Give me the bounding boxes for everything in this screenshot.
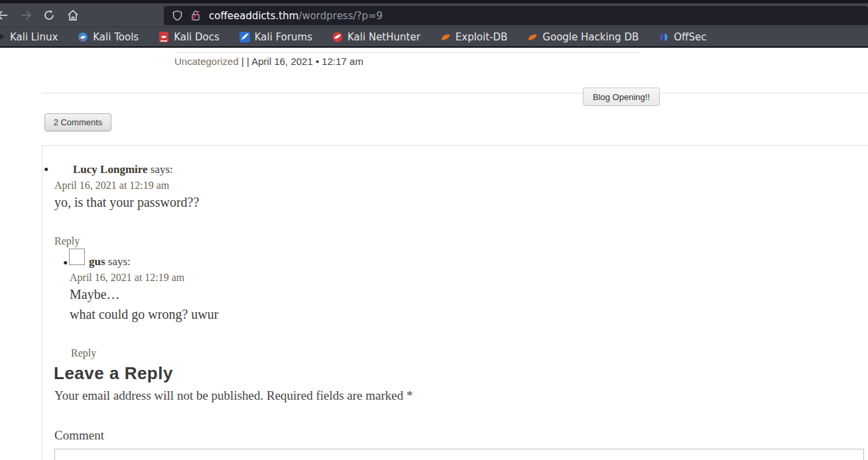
comment-says: says: (148, 163, 173, 176)
forward-icon (20, 9, 32, 21)
post-meta: Uncategorized | | April 16, 2021 • 12:17… (174, 56, 363, 67)
comment-date-link[interactable]: April 16, 2021 at 12:19 am (70, 272, 184, 284)
insecure-lock-icon[interactable] (190, 10, 202, 21)
article-bottom-divider (174, 52, 639, 53)
comment-author: Lucy Longmire (73, 163, 148, 176)
forward-button[interactable] (17, 6, 35, 25)
comment-author: gus (89, 255, 105, 268)
bookmark-kali-tools[interactable]: Kali Tools (78, 31, 139, 43)
comment-textarea[interactable] (54, 449, 864, 460)
comment-date-link[interactable]: April 16, 2021 at 12:19 am (54, 180, 169, 192)
bookmark-exploit-db[interactable]: Exploit-DB (440, 31, 508, 43)
bookmark-kali-docs[interactable]: Kali Docs (158, 31, 219, 43)
comment-field-label: Comment (54, 428, 104, 443)
comment-byline: Lucy Longmire says: (73, 163, 173, 176)
home-icon (67, 9, 79, 21)
navigation-toolbar: coffeeaddicts.thm/wordpress/?p=9 (0, 3, 868, 27)
bookmark-label: Google Hacking DB (542, 31, 639, 43)
comment-body-line: what could go wrong? uwur (70, 307, 218, 322)
bookmark-label: Kali Forums (255, 31, 312, 43)
exploit-db-icon (440, 32, 451, 42)
offsec-icon (658, 32, 669, 42)
comment-byline: gus says: (89, 255, 131, 268)
bookmark-label: Kali NetHunter (347, 31, 420, 43)
bookmark-label: OffSec (674, 31, 706, 43)
bookmark-kali-nethunter[interactable]: Kali NetHunter (332, 31, 420, 43)
reply-link[interactable]: Reply (54, 235, 80, 247)
kali-tools-icon (78, 32, 88, 42)
bookmark-label: Kali Linux (10, 31, 58, 43)
kali-forums-icon (239, 32, 250, 42)
next-post-label: Blog Opening!! (593, 92, 650, 102)
meta-separator: | | (239, 56, 251, 67)
bookmarks-toolbar: Kali Linux Kali Tools Kali Docs Kali For… (0, 27, 868, 48)
bookmark-label: Kali Docs (174, 31, 219, 43)
comments-section (42, 145, 868, 460)
comments-count-label: 2 Comments (54, 117, 103, 127)
category-link[interactable]: Uncategorized (174, 56, 239, 67)
browser-window: coffeeaddicts.thm/wordpress/?p=9 Kali Li… (0, 0, 868, 460)
url-text[interactable]: coffeeaddicts.thm/wordpress/?p=9 (209, 10, 383, 22)
page-content: Uncategorized | | April 16, 2021 • 12:17… (0, 49, 868, 460)
bookmark-label: Kali Tools (93, 31, 139, 43)
shield-icon[interactable] (172, 10, 183, 21)
kali-nethunter-icon (332, 32, 343, 42)
bookmark-kali-forums[interactable]: Kali Forums (239, 31, 312, 43)
comment-bullet: • (44, 162, 48, 178)
post-datetime: April 16, 2021 • 12:17 am (251, 56, 363, 67)
comment-says: says: (105, 255, 131, 268)
next-post-button[interactable]: Blog Opening!! (583, 87, 660, 106)
post-navigation-divider (42, 93, 868, 93)
comment-body-line: Maybe… (70, 287, 120, 302)
home-button[interactable] (64, 6, 82, 25)
url-host: coffeeaddicts.thm (209, 10, 298, 22)
avatar (69, 249, 85, 265)
bookmark-kali-linux[interactable]: Kali Linux (0, 31, 58, 43)
bookmark-offsec[interactable]: OffSec (658, 31, 706, 43)
google-hacking-db-icon (527, 32, 538, 42)
reload-icon (43, 9, 55, 21)
back-icon (0, 9, 9, 21)
kali-dragon-icon (0, 32, 5, 42)
bookmark-label: Exploit-DB (456, 31, 508, 43)
comments-count-button[interactable]: 2 Comments (44, 113, 111, 131)
leave-a-reply-heading: Leave a Reply (54, 363, 173, 384)
reply-form-note: Your email address will not be published… (54, 388, 413, 403)
kali-docs-icon (158, 32, 169, 42)
url-bar[interactable]: coffeeaddicts.thm/wordpress/?p=9 (164, 6, 868, 25)
comment-bullet: • (63, 255, 68, 272)
bookmark-google-hacking-db[interactable]: Google Hacking DB (527, 31, 639, 43)
reload-button[interactable] (40, 6, 58, 25)
reply-link[interactable]: Reply (71, 347, 96, 359)
url-path: /wordpress/?p=9 (298, 10, 383, 22)
back-button[interactable] (0, 6, 12, 25)
comment-body: yo, is that your password?? (54, 195, 199, 210)
